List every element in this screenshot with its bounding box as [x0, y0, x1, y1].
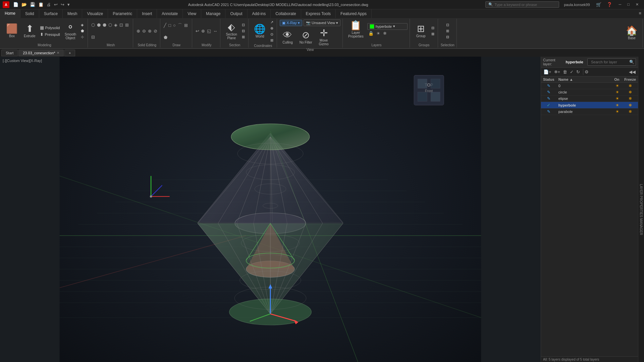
mesh-btn-6[interactable]: ⊡: [119, 22, 124, 28]
mod-btn-2[interactable]: ⊕: [201, 28, 206, 34]
section-btn-3[interactable]: ⊞: [240, 34, 246, 40]
layer-row[interactable]: ✎ parabole ☀ ❄: [541, 109, 638, 115]
tab-featured[interactable]: Featured Apps: [336, 9, 372, 18]
coord-btn-3[interactable]: ⊙: [269, 32, 275, 37]
layer-row-active[interactable]: ✓ hyperbole ☀ ❄: [541, 102, 638, 109]
draw-btn-6[interactable]: ⬟: [163, 34, 168, 41]
coord-btn-1[interactable]: ↗: [269, 19, 275, 25]
draw-btn-2[interactable]: □: [168, 22, 172, 28]
help-icon[interactable]: ❓: [605, 1, 613, 8]
smooth-object-button[interactable]: ⚬ SmoothObject: [62, 21, 79, 41]
side-properties-tab[interactable]: LAYER PROPERTIES MANAGER: [638, 57, 644, 362]
mesh-btn-5[interactable]: ◈: [113, 22, 118, 28]
file-tab[interactable]: 23.03_conesection* ✕: [18, 50, 64, 56]
sel-btn-1[interactable]: ⊡: [445, 22, 450, 28]
layer-new-freeze-btn[interactable]: ❄+: [553, 69, 561, 75]
undo-btn[interactable]: ↩: [53, 1, 59, 8]
layer-properties-button[interactable]: 📋 LayerProperties: [345, 19, 366, 40]
col-header-name[interactable]: Name ▲: [556, 76, 612, 83]
tab-collaborate[interactable]: Collaborate: [271, 9, 301, 18]
group-btn-2[interactable]: ⊟: [430, 25, 436, 31]
layer-freeze-icon[interactable]: ❄: [629, 83, 632, 88]
tab-mesh[interactable]: Mesh: [63, 9, 82, 18]
tab-annotate[interactable]: Annotate: [157, 9, 183, 18]
minimize-btn[interactable]: ─: [616, 2, 624, 7]
layer-on-icon[interactable]: ☀: [615, 90, 619, 95]
base-button[interactable]: 🏠 Base: [623, 25, 640, 41]
viewport[interactable]: [-][Custom View][X-Ray]: [0, 57, 541, 362]
tab-view[interactable]: View: [183, 9, 201, 18]
layer-search-icon[interactable]: 🔍: [629, 60, 634, 64]
layer-name-cell[interactable]: circle: [556, 89, 612, 96]
no-filter-button[interactable]: ⊘ No Filter: [297, 29, 315, 46]
layer-on-icon[interactable]: ☀: [615, 103, 619, 108]
maximize-btn[interactable]: □: [625, 2, 632, 7]
mod-btn-4[interactable]: ↔: [212, 28, 218, 34]
section-btn-1[interactable]: ⊡: [240, 22, 246, 28]
user-account[interactable]: paula.konsek99: [562, 2, 592, 7]
tab-manage[interactable]: Manage: [201, 9, 225, 18]
mesh-btn-3[interactable]: ⬣: [102, 22, 107, 28]
print-btn[interactable]: 🖨: [46, 1, 52, 8]
solid-more-1[interactable]: ◈: [79, 22, 86, 28]
tab-parametric[interactable]: Parametric: [108, 9, 137, 18]
layer-name-cell[interactable]: parabole: [556, 109, 612, 115]
solid-more-3[interactable]: ⊹: [79, 34, 86, 40]
col-header-freeze[interactable]: Freeze: [622, 76, 638, 83]
se-btn-2[interactable]: ⊖: [142, 28, 147, 34]
move-gizmo-button[interactable]: ✛ MoveGizmo: [316, 27, 331, 47]
current-layer-display[interactable]: hyperbole ▾: [367, 23, 408, 30]
layer-on-icon[interactable]: ☀: [615, 83, 619, 88]
tab-home[interactable]: Home: [0, 9, 20, 18]
world-button[interactable]: 🌐 World: [251, 23, 268, 40]
layer-on-icon[interactable]: ☀: [615, 109, 619, 114]
section-btn-2[interactable]: ⊟: [240, 28, 246, 34]
qa-dropdown[interactable]: ▾: [66, 1, 71, 8]
mesh-btn-8[interactable]: ⊟: [91, 34, 96, 40]
save-as-btn[interactable]: 📋: [37, 1, 45, 8]
search-box[interactable]: 🔍 Type a keyword or phrase: [485, 1, 559, 8]
layer-make-current-btn[interactable]: ✓: [569, 69, 575, 75]
tab-express[interactable]: Express Tools: [301, 9, 336, 18]
group-button[interactable]: ⊞ Group: [413, 23, 429, 39]
draw-btn-4[interactable]: ⌒: [177, 22, 183, 29]
draw-btn-3[interactable]: ○: [172, 22, 176, 28]
layer-row[interactable]: ✎ 0 ☀ ❄: [541, 83, 638, 89]
mod-btn-3[interactable]: ◱: [206, 28, 212, 34]
mesh-btn-1[interactable]: ⬡: [91, 22, 96, 28]
draw-btn-1[interactable]: ╱: [163, 22, 167, 28]
polysolid-button[interactable]: ▦ Polysolid: [39, 24, 61, 31]
coord-btn-2[interactable]: ⊕: [269, 25, 275, 31]
se-btn-3[interactable]: ⊗: [147, 28, 152, 34]
group-btn-3[interactable]: ⊠: [430, 31, 436, 37]
shop-icon[interactable]: 🛒: [595, 1, 603, 8]
close-btn[interactable]: ✕: [633, 2, 641, 7]
layer-row[interactable]: ✎ elipse ☀ ❄: [541, 96, 638, 102]
layer-refresh-btn[interactable]: ↻: [575, 69, 581, 75]
extrude-button[interactable]: ⬆ Extrude: [21, 23, 38, 39]
save-btn[interactable]: 💾: [29, 1, 36, 8]
tab-addins[interactable]: Add-ins: [248, 9, 271, 18]
layer-expand-left[interactable]: ◀◀: [628, 69, 637, 75]
new-tab-button[interactable]: +: [64, 50, 75, 56]
col-header-on[interactable]: On: [612, 76, 622, 83]
layer-btn-2[interactable]: ☀: [375, 31, 381, 36]
ribbon-toggle[interactable]: ≡: [636, 9, 644, 18]
section-plane-button[interactable]: ⬖ SectionPlane: [223, 21, 240, 41]
mesh-btn-7[interactable]: ⊞: [124, 22, 129, 28]
culling-button[interactable]: 👁 Culling: [280, 29, 296, 46]
layer-on-icon[interactable]: ☀: [615, 96, 619, 101]
layer-name-cell[interactable]: elipse: [556, 96, 612, 102]
redo-btn[interactable]: ↪: [60, 1, 65, 8]
solid-more-2[interactable]: ⬟: [79, 28, 86, 34]
layer-new-btn[interactable]: 📄+: [542, 69, 552, 75]
layer-search-input[interactable]: [589, 59, 629, 65]
sel-btn-2[interactable]: ⊞: [445, 28, 450, 34]
layer-settings-btn[interactable]: ⚙: [583, 69, 590, 75]
tab-solid[interactable]: Solid: [20, 9, 39, 18]
unsaved-view-dropdown[interactable]: 📷 Unsaved View ▾: [304, 19, 340, 26]
layer-row[interactable]: ✎ circle ☀ ❄: [541, 89, 638, 96]
mesh-btn-4[interactable]: ⬡: [108, 22, 113, 28]
se-btn-4[interactable]: ⊘: [153, 28, 158, 34]
layer-freeze-icon[interactable]: ❄: [629, 90, 632, 95]
